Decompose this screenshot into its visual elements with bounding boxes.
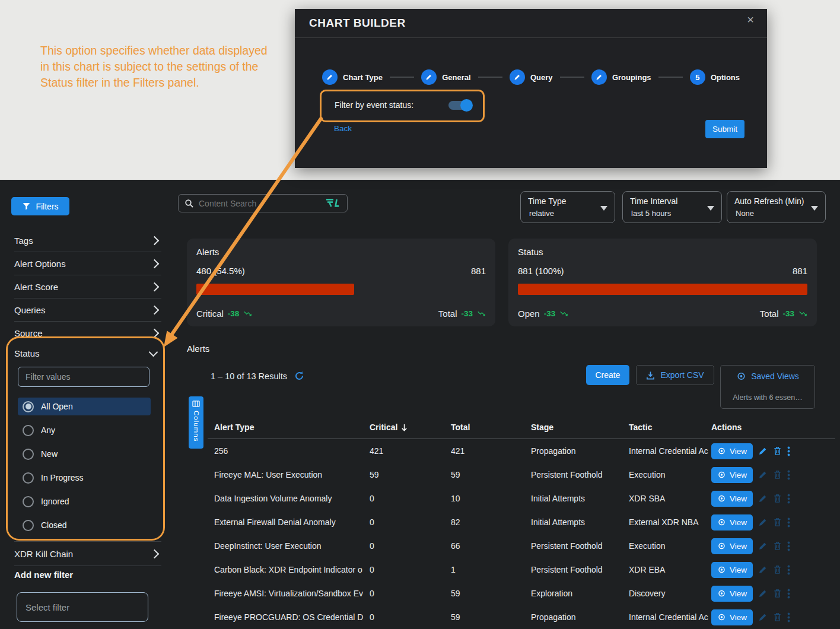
chevron-right-icon [150, 236, 160, 245]
view-button[interactable]: View [711, 491, 753, 507]
status-option-closed[interactable]: Closed [18, 516, 151, 534]
time-interval-dropdown[interactable]: Time Interval last 5 hours [622, 191, 722, 223]
export-csv-button[interactable]: Export CSV [636, 365, 714, 385]
delete-icon[interactable] [773, 612, 782, 622]
delete-icon[interactable] [773, 446, 782, 456]
filters-button[interactable]: Filters [11, 197, 69, 215]
radio-button[interactable] [23, 449, 34, 460]
card-footer: Critical -38 Total -33 [196, 309, 486, 319]
edit-icon[interactable] [758, 494, 768, 503]
sidebar-item-tags[interactable]: Tags [14, 229, 161, 252]
card-left-value: 881 (100%) [518, 266, 564, 276]
sidebar-item-alert-score[interactable]: Alert Score [14, 275, 161, 298]
edit-icon[interactable] [758, 612, 768, 622]
edit-icon[interactable] [758, 589, 768, 598]
pencil-icon [591, 69, 607, 85]
back-link[interactable]: Back [334, 124, 352, 133]
trend-delta: -38 [228, 309, 240, 318]
sidebar-item-alert-options[interactable]: Alert Options [14, 252, 161, 275]
delete-icon[interactable] [773, 541, 782, 551]
view-button[interactable]: View [711, 467, 753, 483]
delete-icon[interactable] [773, 589, 782, 598]
column-header-label: Total [451, 422, 470, 432]
table-row: Fireeye AMSI: Virtualization/Sandbox Ev0… [208, 582, 840, 605]
saved-views-button[interactable]: Saved Views Alerts with 6 essen… [720, 365, 815, 409]
trend-delta: -33 [782, 309, 794, 318]
more-options-icon[interactable] [787, 517, 790, 528]
status-option-in-progress[interactable]: In Progress [18, 469, 151, 487]
column-header-tactic[interactable]: Tactic [629, 422, 711, 432]
delete-icon[interactable] [773, 470, 782, 479]
filter-values-input[interactable] [18, 367, 149, 387]
more-options-icon[interactable] [787, 589, 790, 599]
column-header-actions[interactable]: Actions [711, 422, 835, 432]
stepper-step-general[interactable]: General [421, 69, 470, 85]
view-button[interactable]: View [711, 443, 753, 459]
view-button[interactable]: View [711, 538, 753, 554]
radio-button[interactable] [23, 520, 34, 531]
more-options-icon[interactable] [787, 494, 790, 504]
edit-icon[interactable] [758, 470, 768, 479]
more-options-icon[interactable] [787, 612, 790, 622]
view-button-label: View [730, 518, 747, 527]
sidebar-item-queries[interactable]: Queries [14, 298, 161, 322]
cell-stage: Persistent Foothold [531, 541, 629, 551]
view-button[interactable]: View [711, 562, 753, 578]
column-header-critical[interactable]: Critical [370, 422, 451, 432]
status-row[interactable]: Status [14, 342, 161, 364]
stepper-step-chart-type[interactable]: Chart Type [322, 69, 383, 85]
select-filter-input[interactable] [17, 592, 148, 622]
edit-icon[interactable] [758, 541, 768, 551]
status-option-new[interactable]: New [18, 445, 151, 463]
cell-stage: Persistent Foothold [531, 565, 629, 574]
radio-button[interactable] [23, 472, 34, 484]
sidebar-item-label: Queries [14, 305, 46, 315]
delete-icon[interactable] [773, 517, 782, 527]
filter-by-event-status-toggle[interactable] [448, 101, 471, 110]
column-header-stage[interactable]: Stage [531, 422, 629, 432]
search-input[interactable] [198, 198, 322, 209]
edit-icon[interactable] [758, 446, 768, 456]
sidebar-item-source[interactable]: Source [14, 322, 161, 344]
refresh-icon[interactable] [294, 371, 304, 381]
view-button-label: View [730, 494, 747, 503]
more-options-icon[interactable] [787, 446, 790, 456]
column-header-alert-type[interactable]: Alert Type [214, 422, 370, 432]
submit-button[interactable]: Submit [705, 120, 744, 138]
radio-button[interactable] [23, 401, 34, 412]
cell-critical: 421 [370, 446, 451, 456]
column-header-total[interactable]: Total [451, 422, 531, 432]
create-button[interactable]: Create [586, 365, 629, 385]
edit-icon[interactable] [758, 517, 768, 527]
delete-icon[interactable] [773, 494, 782, 503]
more-options-icon[interactable] [787, 565, 790, 575]
eye-icon [717, 566, 726, 573]
edit-icon[interactable] [758, 565, 768, 574]
view-button[interactable]: View [711, 514, 753, 530]
view-button[interactable]: View [711, 586, 753, 602]
stepper-step-groupings[interactable]: Groupings [591, 69, 651, 85]
view-button[interactable]: View [711, 609, 753, 625]
cell-actions: View [711, 586, 835, 602]
more-options-icon[interactable] [787, 470, 790, 480]
stepper-step-query[interactable]: Query [510, 69, 553, 85]
time-type-dropdown[interactable]: Time Type relative [520, 191, 615, 223]
radio-button[interactable] [23, 425, 34, 436]
stepper-step-options[interactable]: 5Options [690, 69, 740, 85]
close-icon[interactable]: × [747, 14, 754, 26]
sidebar-item-label: Alert Score [14, 282, 58, 292]
sidebar-item-label: Tags [14, 236, 33, 246]
more-options-icon[interactable] [787, 541, 790, 551]
trending-down-icon [477, 309, 486, 318]
status-option-ignored[interactable]: Ignored [18, 493, 151, 510]
sidebar-item-xdr-kill-chain[interactable]: XDR Kill Chain [14, 541, 161, 566]
delete-icon[interactable] [773, 565, 782, 574]
auto-refresh-dropdown[interactable]: Auto Refresh (Min) None [727, 191, 826, 223]
columns-button[interactable]: Columns [189, 396, 203, 449]
status-option-any[interactable]: Any [18, 421, 151, 439]
progress-track [196, 284, 486, 295]
status-option-all-open[interactable]: All Open [18, 398, 151, 415]
radio-button[interactable] [23, 496, 34, 507]
status-stat-card: Status 881 (100%) 881 Open -33 Total -33 [508, 239, 817, 326]
columns-button-label: Columns [193, 411, 200, 441]
